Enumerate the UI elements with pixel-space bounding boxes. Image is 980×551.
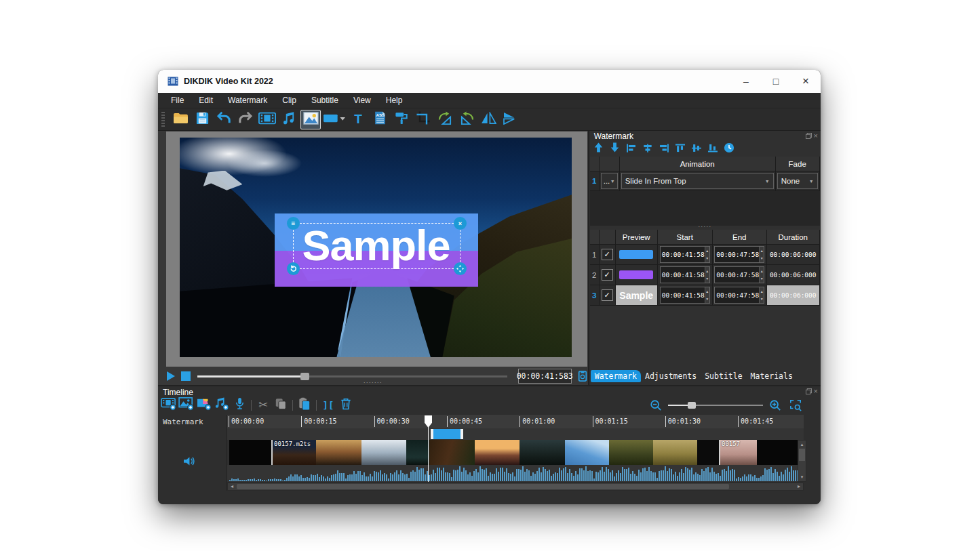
fade-combo[interactable]: None▼ — [777, 173, 818, 189]
thumbnail-waterfall[interactable]: 00157 — [719, 440, 757, 465]
save-button[interactable] — [192, 110, 212, 129]
timing-button[interactable] — [722, 142, 736, 155]
record-audio-button[interactable] — [231, 398, 248, 413]
tab-materials[interactable]: Materials — [747, 370, 797, 382]
start-spinbox[interactable]: 00:00:41:58▲▼ — [660, 266, 710, 283]
spin-down-icon[interactable]: ▼ — [760, 275, 764, 283]
scroll-left-icon[interactable]: ◂ — [229, 483, 235, 490]
redo-button[interactable] — [235, 110, 256, 129]
spin-up-icon[interactable]: ▲ — [705, 247, 709, 255]
thumbnail-snow-mountain[interactable] — [361, 440, 406, 465]
enabled-checkbox[interactable]: ✓ — [602, 249, 613, 260]
end-spinbox[interactable]: 00:00:47:58▲▼ — [714, 266, 764, 283]
thumbnail-dark-gap[interactable] — [697, 440, 719, 465]
rotate-handle-icon[interactable] — [287, 262, 300, 275]
speaker-icon[interactable] — [182, 456, 195, 469]
start-spinbox[interactable]: 00:00:41:58▲▼ — [660, 246, 710, 263]
align-right-button[interactable] — [657, 142, 671, 155]
undo-button[interactable] — [214, 110, 234, 129]
video-track[interactable]: 00157.m2ts00157 — [227, 440, 804, 465]
timeline-ruler[interactable]: 00:00:0000:00:1500:00:3000:00:4500:01:00… — [227, 415, 804, 429]
menu-subtitle[interactable]: Subtitle — [304, 93, 346, 108]
split-button[interactable]: ][ — [320, 398, 336, 413]
timeline-vscrollbar[interactable]: ▴ ▾ — [798, 440, 806, 482]
thumbnail-starry-arch[interactable] — [406, 440, 429, 465]
zoom-out-icon[interactable] — [648, 398, 664, 413]
menu-file[interactable]: File — [163, 93, 191, 108]
crop-button[interactable] — [413, 110, 433, 129]
spin-up-icon[interactable]: ▲ — [760, 287, 764, 295]
rotate-right-button[interactable] — [456, 110, 477, 129]
add-music-button[interactable] — [279, 110, 299, 129]
ass-subtitle-button[interactable]: ASS — [370, 110, 390, 129]
add-image-button[interactable] — [300, 110, 321, 129]
resize-handle-icon[interactable] — [454, 262, 467, 275]
thumbnail-black[interactable] — [229, 440, 271, 465]
more-combo[interactable]: ...▼ — [601, 173, 618, 189]
watermark-clip[interactable] — [431, 429, 463, 439]
rotate-left-button[interactable] — [435, 110, 455, 129]
hscroll-thumb[interactable] — [237, 484, 729, 489]
enabled-checkbox[interactable]: ✓ — [602, 269, 613, 281]
start-spinbox[interactable]: 00:00:41:58▲▼ — [660, 287, 710, 304]
enabled-checkbox[interactable]: ✓ — [602, 289, 613, 301]
cut-button[interactable]: ✂ — [255, 398, 271, 413]
spin-up-icon[interactable]: ▲ — [705, 287, 709, 295]
minimize-button[interactable]: – — [731, 70, 761, 93]
move-down-button[interactable] — [608, 142, 622, 155]
add-image-clip-button[interactable] — [178, 398, 195, 413]
delete-handle-icon[interactable]: × — [454, 217, 467, 230]
close-button[interactable]: × — [791, 70, 821, 93]
spin-up-icon[interactable]: ▲ — [760, 267, 764, 275]
paste-button[interactable] — [296, 398, 313, 413]
delete-button[interactable] — [338, 398, 354, 413]
tab-adjustments[interactable]: Adjustments — [641, 370, 701, 382]
audio-waveform[interactable] — [229, 465, 799, 481]
flip-vertical-button[interactable] — [500, 110, 520, 129]
add-audio-clip-button[interactable] — [214, 398, 230, 413]
close-panel-icon[interactable]: × — [814, 388, 818, 396]
float-panel-icon[interactable] — [806, 133, 812, 140]
menu-clip[interactable]: Clip — [275, 93, 304, 108]
thumbnail-golden-clouds[interactable] — [316, 440, 361, 465]
spin-down-icon[interactable]: ▼ — [705, 275, 709, 283]
menu-handle-icon[interactable]: ≡ — [287, 217, 300, 230]
spin-down-icon[interactable]: ▼ — [760, 255, 764, 263]
preview-cell[interactable]: Sample — [616, 285, 658, 306]
seek-slider-handle[interactable] — [300, 373, 309, 380]
thumbnail-climber[interactable] — [565, 440, 609, 465]
toolbar-grip[interactable] — [161, 112, 165, 127]
align-middle-button[interactable] — [690, 142, 703, 155]
thumbnail-sunset-peaks[interactable] — [475, 440, 520, 465]
thumbnail-forest-floor[interactable] — [609, 440, 653, 465]
spin-up-icon[interactable]: ▲ — [705, 267, 709, 275]
splitter-handle[interactable]: ······· — [158, 380, 588, 384]
watermark-track[interactable] — [227, 428, 804, 440]
scroll-down-icon[interactable]: ▾ — [798, 474, 806, 481]
add-color-clip-button[interactable] — [196, 398, 212, 413]
scroll-right-icon[interactable]: ▸ — [796, 483, 802, 490]
thumbnail-credits[interactable] — [757, 440, 799, 465]
video-preview[interactable]: Sample ≡ × — [180, 138, 572, 357]
timeline-zoom-slider[interactable] — [668, 402, 763, 409]
menu-help[interactable]: Help — [378, 93, 410, 108]
color-rect-button[interactable] — [322, 110, 347, 129]
align-top-button[interactable] — [673, 142, 687, 155]
align-center-button[interactable] — [641, 142, 654, 155]
stop-button[interactable] — [181, 371, 191, 381]
add-video-button[interactable] — [257, 110, 277, 129]
timeline-hscrollbar[interactable]: ◂ ▸ — [227, 483, 804, 491]
add-text-button[interactable]: T — [348, 110, 368, 129]
end-spinbox[interactable]: 00:00:47:58▲▼ — [714, 246, 764, 263]
spin-down-icon[interactable]: ▼ — [705, 255, 709, 263]
move-up-button[interactable] — [592, 142, 606, 155]
zoom-slider-handle[interactable] — [688, 402, 696, 409]
thumbnail-misty-lake[interactable] — [520, 440, 565, 465]
zoom-in-icon[interactable] — [767, 398, 783, 413]
vscroll-thumb[interactable] — [799, 449, 805, 461]
spin-down-icon[interactable]: ▼ — [760, 295, 764, 304]
panel-splitter[interactable]: ····· — [589, 224, 821, 229]
end-spinbox[interactable]: 00:00:47:58▲▼ — [714, 287, 764, 304]
preview-cell[interactable] — [616, 245, 658, 265]
flip-horizontal-button[interactable] — [478, 110, 498, 129]
